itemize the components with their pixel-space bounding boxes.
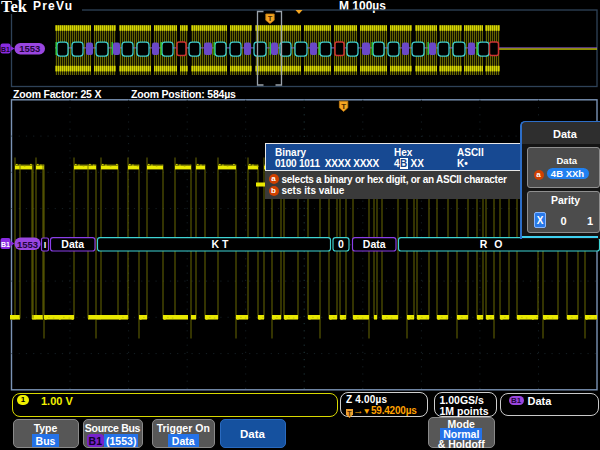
svg-text:I: I (44, 240, 47, 250)
svg-text:R O: R O (480, 238, 505, 250)
svg-text:0: 0 (338, 238, 344, 250)
svg-text:T: T (341, 102, 346, 111)
svg-text:K T: K T (212, 238, 230, 250)
svg-text:1553: 1553 (17, 239, 38, 250)
svg-text:Data: Data (61, 238, 84, 250)
svg-text:Data: Data (363, 238, 386, 250)
svg-text:B1: B1 (1, 241, 10, 248)
